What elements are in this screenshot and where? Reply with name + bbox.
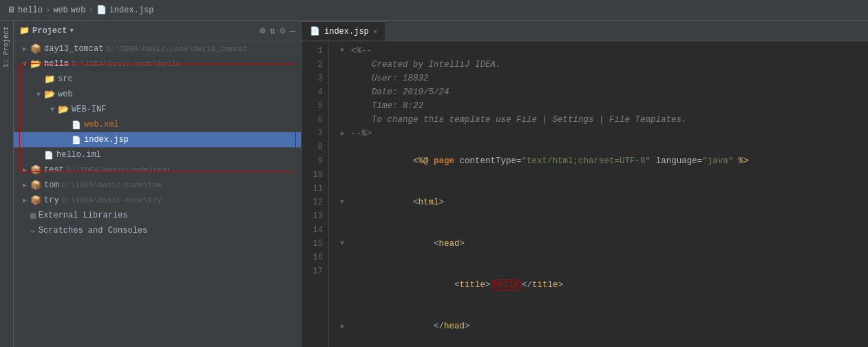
tree-label-scratches: Scratches and Consoles	[39, 226, 147, 235]
code-content-5: Time: 8:22	[351, 99, 423, 113]
breadcrumb-filename: index.jsp	[109, 6, 154, 15]
fold-9[interactable]: ▼	[340, 196, 351, 209]
sort-icon[interactable]: ⇅	[270, 25, 275, 36]
breadcrumb-web: web	[71, 6, 86, 15]
folder-icon-webinf: 📂	[58, 104, 69, 115]
tree-label-test: test	[44, 165, 64, 175]
breadcrumb-file-icon: 📄	[96, 5, 107, 15]
breadcrumb-project: 🖥	[7, 5, 15, 15]
scratches-icon: ✏	[30, 225, 36, 236]
editor-body: 1 2 3 4 5 6 7 8 9 10 11 12 13 14 15 16 1…	[301, 41, 868, 347]
code-content-9: <html>	[351, 182, 444, 223]
project-tree: ▶ 📦 day13_tomcat D:\IDEA\basic-code\day1…	[14, 41, 301, 347]
tab-close-icon[interactable]: ✕	[373, 27, 378, 36]
tree-label-hello: hello	[44, 59, 69, 69]
editor-panel: 📄 index.jsp ✕ 1 2 3 4 5 6 7 8 9 10 11 12…	[301, 21, 868, 347]
code-area[interactable]: ▼ <%-- Created by IntelliJ IDEA. User: 1…	[329, 41, 868, 347]
tree-label-web: web	[58, 90, 73, 99]
tree-label-helloiml: hello.iml	[56, 150, 101, 160]
tree-item-webxml[interactable]: 📄 web.xml	[14, 117, 301, 132]
tree-label-day13: day13_tomcat	[44, 44, 103, 54]
arrow-try: ▶	[19, 196, 30, 204]
code-content-4: Date: 2019/5/24	[351, 85, 449, 99]
code-line-3: User: 18832	[340, 72, 857, 85]
tree-label-indexjsp: index.jsp	[84, 135, 129, 145]
code-line-10: ▼ <head>	[340, 223, 857, 264]
code-content-3: User: 18832	[351, 72, 429, 85]
tree-item-web[interactable]: ▼ 📂 web	[14, 87, 301, 102]
code-content-1: <%--	[351, 44, 372, 58]
folder-icon-web: 📂	[44, 89, 55, 100]
tree-path-hello: D:\IDEA\basic-code\hello	[72, 60, 180, 68]
arrow-test: ▶	[19, 166, 30, 174]
breadcrumb: 🖥 hello › web web › 📄 index.jsp	[0, 0, 868, 21]
breadcrumb-hello[interactable]: hello	[18, 6, 43, 15]
module-icon-day13: 📦	[30, 43, 41, 54]
tree-label-webinf: WEB-INF	[72, 105, 106, 114]
tree-item-src[interactable]: 📁 src	[14, 72, 301, 87]
folder-icon-src: 📁	[44, 74, 55, 85]
code-line-2: Created by IntelliJ IDEA.	[340, 58, 857, 72]
breadcrumb-folder[interactable]: web	[53, 6, 68, 15]
tree-item-webinf[interactable]: ▼ 📂 WEB-INF	[14, 102, 301, 117]
module-icon-test: 📦	[30, 165, 41, 176]
arrow-web: ▼	[33, 91, 44, 98]
code-content-2: Created by IntelliJ IDEA.	[351, 58, 501, 72]
gear-icon[interactable]: ⚙	[279, 25, 285, 36]
sidebar-header-icons: ⊕ ⇅ ⚙ —	[260, 25, 295, 36]
tree-item-indexjsp[interactable]: 📄 index.jsp	[14, 132, 301, 147]
code-line-4: Date: 2019/5/24	[340, 85, 857, 99]
folder-icon-hello: 📂	[30, 59, 41, 70]
iml-icon: 📄	[44, 151, 54, 160]
code-content-6: To change this template use File | Setti…	[351, 113, 687, 127]
tree-path-try: D:\IDEA\basic-code\try	[62, 196, 162, 204]
sidebar-title: Project	[32, 26, 67, 36]
tree-item-try[interactable]: ▶ 📦 try D:\IDEA\basic-code\try	[14, 193, 301, 208]
libs-icon: ▦	[30, 210, 36, 221]
breadcrumb-arrow1: ›	[45, 6, 50, 15]
vertical-project-tab[interactable]: 1: Project	[0, 21, 14, 347]
code-line-1: ▼ <%--	[340, 44, 857, 58]
arrow-tom: ▶	[19, 181, 30, 189]
fold-12[interactable]: ▲	[340, 319, 351, 333]
tab-label-indexjsp: index.jsp	[324, 27, 369, 36]
fold-7[interactable]: ▲	[340, 127, 351, 140]
vertical-tab-label: 1: Project	[1, 23, 12, 70]
module-icon-try: 📦	[30, 195, 41, 206]
code-line-9: ▼ <html>	[340, 182, 857, 223]
code-content-11: <title>hello</title>	[351, 264, 563, 306]
sidebar-wrapper: 📁 Project ▼ ⊕ ⇅ ⚙ — ▶ 📦 day13_tomcat	[14, 21, 301, 347]
tab-jsp-icon: 📄	[310, 26, 320, 36]
code-line-8: <%@ page contentType="text/html;charset=…	[340, 140, 857, 182]
tree-label-src: src	[58, 74, 73, 84]
code-content-12: </head>	[351, 306, 470, 347]
code-content-10: <head>	[351, 223, 465, 264]
dropdown-icon[interactable]: ▼	[70, 28, 73, 34]
jsp-icon: 📄	[72, 136, 81, 145]
code-content-8: <%@ page contentType="text/html;charset=…	[351, 140, 749, 182]
line-numbers: 1 2 3 4 5 6 7 8 9 10 11 12 13 14 15 16 1…	[301, 41, 329, 347]
xml-icon: 📄	[72, 120, 81, 129]
sidebar-header-left: 📁 Project ▼	[19, 25, 74, 36]
arrow-webinf: ▼	[47, 106, 58, 114]
minimize-icon[interactable]: —	[290, 25, 295, 36]
tree-item-hello[interactable]: ▼ 📂 hello D:\IDEA\basic-code\hello	[14, 56, 301, 72]
tree-item-external-libs[interactable]: ▦ External Libraries	[14, 208, 301, 223]
tree-item-tom[interactable]: ▶ 📦 tom D:\IDEA\basic-code\tom	[14, 178, 301, 193]
tree-path-test: D:\IDEA\basic-code\test	[67, 166, 171, 174]
fold-10[interactable]: ▼	[340, 237, 351, 251]
main-layout: 1: Project 📁 Project ▼ ⊕ ⇅ ⚙ —	[0, 21, 868, 347]
editor-tab-indexjsp[interactable]: 📄 index.jsp ✕	[301, 21, 386, 41]
project-sidebar: 📁 Project ▼ ⊕ ⇅ ⚙ — ▶ 📦 day13_tomcat	[14, 21, 301, 347]
code-line-11: <title>hello</title>	[340, 264, 857, 306]
tree-item-day13[interactable]: ▶ 📦 day13_tomcat D:\IDEA\basic-code\day1…	[14, 41, 301, 56]
globe-icon[interactable]: ⊕	[260, 25, 265, 36]
code-line-12: ▲ </head>	[340, 306, 857, 347]
tree-item-scratches[interactable]: ✏ Scratches and Consoles	[14, 223, 301, 238]
tree-item-test[interactable]: ▶ 📦 test D:\IDEA\basic-code\test	[14, 162, 301, 178]
tree-label-try: try	[44, 196, 59, 205]
fold-1[interactable]: ▼	[340, 44, 351, 58]
sidebar-header: 📁 Project ▼ ⊕ ⇅ ⚙ —	[14, 21, 301, 41]
tree-path-tom: D:\IDEA\basic-code\tom	[62, 181, 162, 189]
tree-item-helloiml[interactable]: 📄 hello.iml	[14, 147, 301, 162]
